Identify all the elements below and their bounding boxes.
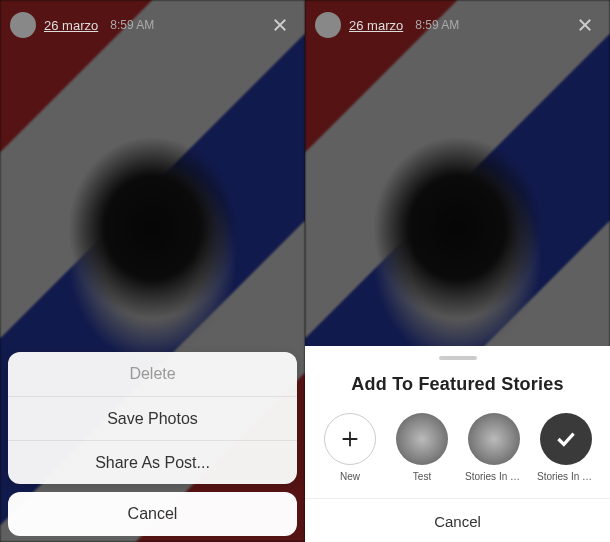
check-icon [553, 426, 579, 452]
story-time: 8:59 AM [415, 18, 459, 32]
cancel-button[interactable]: Cancel [305, 498, 610, 542]
story-date-link[interactable]: 26 marzo [349, 18, 403, 33]
close-icon [576, 16, 594, 34]
share-as-post-button[interactable]: Share As Post... [8, 440, 297, 484]
featured-items-row: New Test Stories In Evi... Stories In Ev… [305, 413, 610, 488]
featured-label: Stories In Evi... History [537, 471, 595, 482]
action-sheet: Delete Save Photos Share As Post... Canc… [8, 352, 297, 536]
featured-label: Stories In Evi... [465, 471, 523, 482]
featured-item-new[interactable]: New [321, 413, 379, 482]
left-screenshot: 26 marzo 8:59 AM Delete Save Photos Shar… [0, 0, 305, 542]
story-time: 8:59 AM [110, 18, 154, 32]
plus-icon [339, 428, 361, 450]
featured-stories-panel: Add To Featured Stories New Test Stories… [305, 346, 610, 542]
featured-item-history[interactable]: Stories In Evi... History [537, 413, 595, 482]
highlight-thumbnail-selected[interactable] [540, 413, 592, 465]
avatar[interactable] [315, 12, 341, 38]
highlight-thumbnail[interactable] [396, 413, 448, 465]
avatar[interactable] [10, 12, 36, 38]
close-icon [271, 16, 289, 34]
featured-item-test[interactable]: Test [393, 413, 451, 482]
drag-handle[interactable] [439, 356, 477, 360]
delete-button[interactable]: Delete [8, 352, 297, 396]
right-screenshot: 26 marzo 8:59 AM Add To Featured Stories… [305, 0, 610, 542]
highlight-thumbnail[interactable] [468, 413, 520, 465]
new-highlight-circle[interactable] [324, 413, 376, 465]
save-photos-button[interactable]: Save Photos [8, 396, 297, 440]
close-button[interactable] [570, 10, 600, 40]
featured-label: New [340, 471, 360, 482]
featured-label: Test [413, 471, 431, 482]
story-header: 26 marzo 8:59 AM [305, 0, 610, 50]
cancel-button[interactable]: Cancel [8, 492, 297, 536]
story-header: 26 marzo 8:59 AM [0, 0, 305, 50]
story-date-link[interactable]: 26 marzo [44, 18, 98, 33]
panel-title: Add To Featured Stories [305, 374, 610, 395]
close-button[interactable] [265, 10, 295, 40]
featured-item-stories[interactable]: Stories In Evi... [465, 413, 523, 482]
